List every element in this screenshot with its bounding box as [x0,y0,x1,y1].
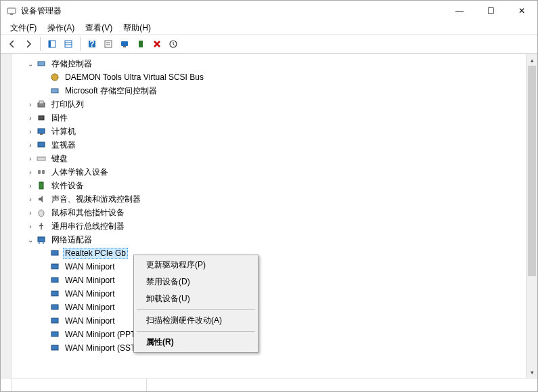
scan-button[interactable] [166,37,181,51]
expand-icon[interactable]: › [25,221,36,232]
scroll-track[interactable] [526,66,537,366]
tree-node-print-queues[interactable]: › 打印队列 [12,97,537,111]
titlebar: 设备管理器 — ☐ ✕ [1,1,537,21]
tree-node-usb[interactable]: › 通用串行总线控制器 [12,219,537,233]
app-icon [6,5,17,16]
svg-rect-22 [38,129,45,133]
menu-file[interactable]: 文件(F) [5,21,42,35]
svg-rect-24 [38,142,45,147]
ctx-separator [137,309,255,310]
tree-node-keyboards[interactable]: › 键盘 [12,152,537,165]
menu-view[interactable]: 查看(V) [80,21,118,35]
menu-action[interactable]: 操作(A) [42,21,80,35]
properties-button[interactable] [101,37,116,51]
tree-node-wan-miniport[interactable]: · WAN Miniport [12,314,537,328]
vertical-scrollbar[interactable]: ▴ ▾ [526,54,537,378]
nav-back-button[interactable] [5,37,20,51]
expand-icon[interactable]: › [25,153,36,164]
svg-rect-25 [37,157,45,160]
svg-rect-21 [39,116,44,120]
svg-rect-34 [51,264,58,269]
expand-icon[interactable]: › [25,139,36,150]
client-area: ⌄ 存储控制器 · DAEMON Tools Ultra Virtual SCS… [1,53,537,378]
scroll-up-button[interactable]: ▴ [526,54,537,66]
adapter-icon [49,302,60,313]
update-driver-button[interactable] [117,37,132,51]
expand-icon[interactable]: › [25,180,36,191]
tree-node-wan-miniport-pptp[interactable]: · WAN Miniport (PPTP) [12,328,537,341]
maximize-button[interactable]: ☐ [475,1,506,21]
tree-node-mouse[interactable]: › 鼠标和其他指针设备 [12,206,537,219]
tree-node-computer[interactable]: › 计算机 [12,125,537,138]
tree-node-daemon-tools[interactable]: · DAEMON Tools Ultra Virtual SCSI Bus [12,70,537,84]
show-hide-button[interactable] [45,37,60,51]
toolbar: ? [1,35,537,53]
scroll-thumb[interactable] [528,66,536,276]
help-button[interactable]: ? [85,37,99,51]
tree-node-wan-miniport[interactable]: · WAN Miniport [12,260,537,274]
tree-node-hid[interactable]: › 人体学输入设备 [12,165,537,179]
svg-rect-27 [42,170,45,174]
ctx-uninstall-device[interactable]: 卸载设备(U) [135,290,256,307]
minimize-button[interactable]: — [444,1,475,21]
network-icon [36,234,47,245]
svg-point-31 [39,242,40,244]
ctx-update-driver[interactable]: 更新驱动程序(P) [135,257,256,274]
expand-icon[interactable]: › [25,112,36,123]
tree-node-realtek[interactable]: · Realtek PCIe Gb [12,246,537,260]
tree-node-software-devices[interactable]: › 软件设备 [12,179,537,192]
adapter-icon [49,261,60,272]
adapter-icon [49,288,60,299]
monitor-icon [36,139,47,150]
tree-node-wan-miniport[interactable]: · WAN Miniport [12,287,537,301]
svg-point-32 [43,242,44,244]
expand-icon[interactable]: › [25,99,36,110]
ctx-separator [137,331,255,332]
ctx-properties[interactable]: 属性(R) [135,334,256,351]
tree-node-storage-controllers[interactable]: ⌄ 存储控制器 [12,57,537,70]
svg-rect-23 [40,133,43,135]
svg-rect-18 [51,89,58,93]
menubar: 文件(F) 操作(A) 查看(V) 帮助(H) [1,21,537,35]
ctx-disable-device[interactable]: 禁用设备(D) [135,274,256,290]
tree-node-wan-miniport[interactable]: · WAN Miniport [12,301,537,314]
nav-forward-button[interactable] [21,37,36,51]
menu-help[interactable]: 帮助(H) [118,21,156,35]
device-tree[interactable]: ⌄ 存储控制器 · DAEMON Tools Ultra Virtual SCS… [12,54,537,378]
close-button[interactable]: ✕ [506,1,537,21]
tree-node-sound[interactable]: › 声音、视频和游戏控制器 [12,192,537,206]
expand-icon[interactable]: › [25,207,36,218]
storage-icon [49,85,60,96]
adapter-icon [49,343,60,353]
expand-icon[interactable]: › [25,167,36,177]
tree-node-network-adapters[interactable]: ⌄ 网络适配器 [12,233,537,246]
view-button[interactable] [61,37,76,51]
svg-rect-35 [51,278,58,282]
adapter-icon [49,248,60,259]
collapse-icon[interactable]: ⌄ [25,234,36,245]
chip-icon [36,112,47,123]
ctx-scan-hardware[interactable]: 扫描检测硬件改动(A) [135,312,256,329]
tree-node-ms-storage[interactable]: · Microsoft 存储空间控制器 [12,84,537,97]
selected-item-label: Realtek PCIe Gb [63,248,128,259]
tree-node-monitors[interactable]: › 监视器 [12,138,537,152]
svg-rect-13 [123,46,126,47]
tree-node-wan-miniport-sstp[interactable]: · WAN Miniport (SSTP) [12,341,537,355]
tree-node-wan-miniport[interactable]: · WAN Miniport [12,274,537,287]
enable-button[interactable] [133,37,148,51]
svg-rect-3 [49,41,51,47]
svg-point-17 [51,74,58,81]
expand-icon[interactable]: › [25,194,36,204]
uninstall-button[interactable] [150,37,164,51]
svg-rect-36 [51,291,58,296]
svg-rect-0 [7,8,16,14]
status-segment [147,378,537,391]
software-icon [36,180,47,191]
expand-icon[interactable]: › [25,126,36,137]
svg-rect-33 [51,251,58,255]
scroll-down-button[interactable]: ▾ [526,366,537,378]
svg-rect-4 [65,41,72,47]
collapse-icon[interactable]: ⌄ [25,58,36,69]
tree-node-firmware[interactable]: › 固件 [12,111,537,125]
scsi-icon [49,72,60,83]
